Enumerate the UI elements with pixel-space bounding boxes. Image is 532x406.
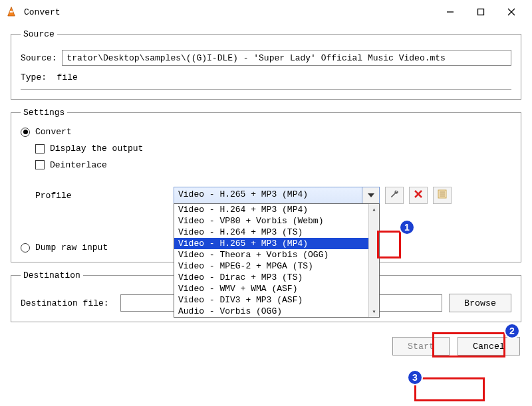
profile-option[interactable]: Video - MPEG-2 + MPGA (TS) (174, 260, 379, 272)
source-label: Source: (21, 53, 62, 63)
settings-group: Settings Convert Display the output Dein… (11, 108, 521, 262)
profile-option[interactable]: Video - WMV + WMA (ASF) (174, 283, 379, 294)
source-group: Source Source: Type: file (11, 29, 521, 100)
svg-marker-6 (368, 193, 374, 197)
app-icon (5, 6, 17, 18)
deinterlace-label: Deinterlace (50, 160, 107, 170)
browse-button[interactable]: Browse (449, 294, 511, 312)
type-value: file (57, 72, 78, 82)
profile-option[interactable]: Video - H.264 + MP3 (MP4) (174, 204, 379, 215)
deinterlace-checkbox[interactable]: Deinterlace (35, 160, 107, 170)
annotation-badge-1: 1 (399, 219, 415, 235)
new-profile-button[interactable] (433, 187, 452, 204)
cancel-button[interactable]: Cancel (458, 337, 520, 355)
maximize-button[interactable] (466, 2, 496, 22)
scroll-up-icon[interactable]: ▴ (369, 204, 379, 215)
source-legend: Source (21, 29, 57, 39)
dump-raw-label: Dump raw input (35, 243, 108, 253)
profile-option[interactable]: Video - DIV3 + MP3 (ASF) (174, 294, 379, 306)
annotation-badge-3: 3 (407, 369, 423, 385)
profile-combobox[interactable]: Video - H.265 + MP3 (MP4) Video - H.264 … (174, 187, 380, 204)
title-bar: Convert (0, 0, 532, 24)
type-label: Type: (21, 72, 57, 82)
profile-option[interactable]: Video - Dirac + MP3 (TS) (174, 272, 379, 283)
settings-legend: Settings (21, 108, 67, 118)
dump-raw-radio[interactable]: Dump raw input (21, 243, 108, 253)
list-icon (438, 189, 447, 201)
scroll-down-icon[interactable]: ▾ (369, 306, 379, 317)
profile-label: Profile (21, 191, 174, 201)
annotation-box-3 (414, 377, 485, 401)
profile-selected-value: Video - H.265 + MP3 (MP4) (174, 187, 362, 203)
svg-rect-3 (478, 9, 484, 15)
destination-legend: Destination (21, 270, 83, 280)
dialog-footer: Start Cancel (0, 330, 532, 362)
display-output-checkbox[interactable]: Display the output (35, 144, 143, 153)
profile-option[interactable]: Video - H.265 + MP3 (MP4) (174, 238, 379, 249)
delete-icon (414, 190, 422, 201)
wrench-icon (390, 189, 399, 201)
close-button[interactable] (496, 2, 527, 22)
minimize-button[interactable] (435, 2, 466, 22)
start-button[interactable]: Start (392, 337, 450, 355)
profile-option[interactable]: Audio - Vorbis (OGG) (174, 306, 379, 317)
profile-dropdown-list[interactable]: Video - H.264 + MP3 (MP4) Video - VP80 +… (174, 203, 380, 318)
profile-option[interactable]: Video - H.264 + MP3 (TS) (174, 227, 379, 238)
convert-radio[interactable]: Convert (21, 127, 72, 137)
window-title: Convert (24, 7, 435, 17)
annotation-badge-2: 2 (504, 323, 520, 339)
convert-radio-label: Convert (35, 127, 72, 137)
source-input[interactable] (62, 50, 511, 66)
delete-profile-button[interactable] (409, 187, 428, 204)
edit-profile-button[interactable] (385, 187, 404, 204)
svg-rect-1 (10, 11, 13, 13)
destination-file-label: Destination file: (21, 298, 114, 308)
display-output-label: Display the output (50, 144, 143, 153)
profile-option[interactable]: Video - Theora + Vorbis (OGG) (174, 249, 379, 260)
profile-option[interactable]: Video - VP80 + Vorbis (Webm) (174, 215, 379, 227)
dropdown-scrollbar[interactable]: ▴ ▾ (368, 204, 379, 317)
chevron-down-icon[interactable] (362, 187, 379, 203)
